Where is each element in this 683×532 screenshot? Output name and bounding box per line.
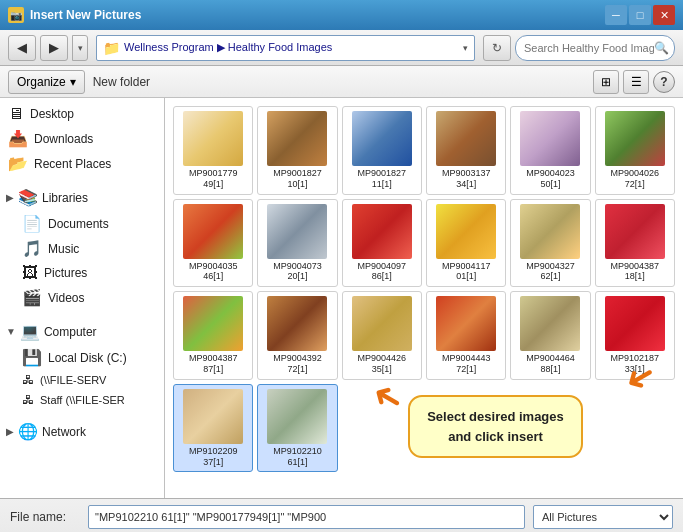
organize-dropdown-icon: ▾	[70, 75, 76, 89]
sidebar-label-libraries: Libraries	[42, 191, 88, 205]
sidebar-item-fileserv1[interactable]: 🖧 (\\FILE-SERV	[0, 370, 164, 390]
sidebar-label-computer: Computer	[44, 325, 97, 339]
close-button[interactable]: ✕	[653, 5, 675, 25]
thumb-label-f20: MP9102210 61[1]	[262, 446, 332, 468]
file-thumb-f19[interactable]: MP9102209 37[1]	[173, 384, 253, 473]
history-button[interactable]: ▾	[72, 35, 88, 61]
sidebar-label-videos: Videos	[48, 291, 84, 305]
recent-icon: 📂	[8, 154, 28, 173]
title-bar: 📷 Insert New Pictures ─ □ ✕	[0, 0, 683, 30]
thumb-image-f2	[267, 111, 327, 166]
documents-icon: 📄	[22, 214, 42, 233]
thumbnail-view-button[interactable]: ⊞	[593, 70, 619, 94]
filetype-select[interactable]: All Pictures	[533, 505, 673, 529]
thumb-label-f3: MP9001827 11[1]	[347, 168, 417, 190]
new-folder-button[interactable]: New folder	[93, 70, 150, 94]
filename-row: File name: All Pictures	[10, 505, 673, 529]
thumb-image-f6	[605, 111, 665, 166]
thumb-image-f12	[605, 204, 665, 259]
thumb-label-f6: MP9004026 72[1]	[600, 168, 670, 190]
sidebar: 🖥 Desktop 📥 Downloads 📂 Recent Places ▶ …	[0, 98, 165, 498]
maximize-button[interactable]: □	[629, 5, 651, 25]
thumb-label-f12: MP9004387 18[1]	[600, 261, 670, 283]
file-thumb-f14[interactable]: MP9004392 72[1]	[257, 291, 337, 380]
refresh-button[interactable]: ↻	[483, 35, 511, 61]
thumb-label-f13: MP9004387 87[1]	[178, 353, 248, 375]
thumb-label-f7: MP9004035 46[1]	[178, 261, 248, 283]
thumb-label-f8: MP9004073 20[1]	[262, 261, 332, 283]
thumb-label-f11: MP9004327 62[1]	[515, 261, 585, 283]
thumb-image-f11	[520, 204, 580, 259]
thumb-image-f17	[520, 296, 580, 351]
thumb-label-f2: MP9001827 10[1]	[262, 168, 332, 190]
address-dropdown-icon[interactable]: ▾	[463, 43, 468, 53]
search-box[interactable]: 🔍	[515, 35, 675, 61]
forward-button[interactable]: ▶	[40, 35, 68, 61]
file-thumb-f12[interactable]: MP9004387 18[1]	[595, 199, 675, 288]
thumb-image-f16	[436, 296, 496, 351]
thumb-image-f5	[520, 111, 580, 166]
file-thumb-f15[interactable]: MP9004426 35[1]	[342, 291, 422, 380]
sidebar-section-computer[interactable]: ▼ 💻 Computer	[0, 318, 164, 345]
sidebar-item-recent[interactable]: 📂 Recent Places	[0, 151, 164, 176]
file-thumb-f3[interactable]: MP9001827 11[1]	[342, 106, 422, 195]
sidebar-label-network: Network	[42, 425, 86, 439]
thumb-label-f16: MP9004443 72[1]	[431, 353, 501, 375]
file-thumb-f18[interactable]: MP9102187 33[1]	[595, 291, 675, 380]
file-grid: MP9001779 49[1]MP9001827 10[1]MP9001827 …	[173, 106, 675, 472]
file-thumb-f5[interactable]: MP9004023 50[1]	[510, 106, 590, 195]
sidebar-label-documents: Documents	[48, 217, 109, 231]
sidebar-item-documents[interactable]: 📄 Documents	[0, 211, 164, 236]
back-button[interactable]: ◀	[8, 35, 36, 61]
bottom-area: File name: All Pictures Tools ▾ Insert ▾…	[0, 498, 683, 532]
sidebar-section-libraries[interactable]: ▶ 📚 Libraries	[0, 184, 164, 211]
minimize-button[interactable]: ─	[605, 5, 627, 25]
search-input[interactable]	[524, 42, 654, 54]
sidebar-label-recent: Recent Places	[34, 157, 111, 171]
network-expand-icon: ▶	[6, 426, 14, 437]
thumb-label-f1: MP9001779 49[1]	[178, 168, 248, 190]
file-thumb-f16[interactable]: MP9004443 72[1]	[426, 291, 506, 380]
file-thumb-f1[interactable]: MP9001779 49[1]	[173, 106, 253, 195]
fileserv2-icon: 🖧	[22, 393, 34, 407]
organize-toolbar: Organize ▾ New folder ⊞ ☰ ?	[0, 66, 683, 98]
file-thumb-f9[interactable]: MP9004097 86[1]	[342, 199, 422, 288]
sidebar-label-local-disk: Local Disk (C:)	[48, 351, 127, 365]
file-thumb-f17[interactable]: MP9004464 88[1]	[510, 291, 590, 380]
thumb-image-f1	[183, 111, 243, 166]
file-thumb-f2[interactable]: MP9001827 10[1]	[257, 106, 337, 195]
sidebar-label-music: Music	[48, 242, 79, 256]
filename-label: File name:	[10, 510, 80, 524]
sidebar-item-videos[interactable]: 🎬 Videos	[0, 285, 164, 310]
sidebar-item-desktop[interactable]: 🖥 Desktop	[0, 102, 164, 126]
organize-label: Organize	[17, 75, 66, 89]
file-thumb-f13[interactable]: MP9004387 87[1]	[173, 291, 253, 380]
thumb-label-f18: MP9102187 33[1]	[600, 353, 670, 375]
file-thumb-f20[interactable]: MP9102210 61[1]	[257, 384, 337, 473]
help-button[interactable]: ?	[653, 71, 675, 93]
sidebar-item-pictures[interactable]: 🖼 Pictures	[0, 261, 164, 285]
toolbar2-right: ⊞ ☰ ?	[593, 70, 675, 94]
organize-button[interactable]: Organize ▾	[8, 70, 85, 94]
file-thumb-f6[interactable]: MP9004026 72[1]	[595, 106, 675, 195]
details-view-button[interactable]: ☰	[623, 70, 649, 94]
sidebar-item-fileserv2[interactable]: 🖧 Staff (\\FILE-SER	[0, 390, 164, 410]
file-thumb-f8[interactable]: MP9004073 20[1]	[257, 199, 337, 288]
file-thumb-f10[interactable]: MP9004117 01[1]	[426, 199, 506, 288]
navigation-toolbar: ◀ ▶ ▾ 📁 Wellness Program ▶ Healthy Food …	[0, 30, 683, 66]
thumb-label-f15: MP9004426 35[1]	[347, 353, 417, 375]
sidebar-item-downloads[interactable]: 📥 Downloads	[0, 126, 164, 151]
file-grid-area: MP9001779 49[1]MP9001827 10[1]MP9001827 …	[165, 98, 683, 498]
folder-icon: 📁	[103, 40, 120, 56]
file-thumb-f11[interactable]: MP9004327 62[1]	[510, 199, 590, 288]
local-disk-icon: 💾	[22, 348, 42, 367]
sidebar-item-local-disk[interactable]: 💾 Local Disk (C:)	[0, 345, 164, 370]
thumb-image-f13	[183, 296, 243, 351]
filename-input[interactable]	[88, 505, 525, 529]
sidebar-item-music[interactable]: 🎵 Music	[0, 236, 164, 261]
file-thumb-f4[interactable]: MP9003137 34[1]	[426, 106, 506, 195]
thumb-image-f8	[267, 204, 327, 259]
sidebar-section-network[interactable]: ▶ 🌐 Network	[0, 418, 164, 445]
file-thumb-f7[interactable]: MP9004035 46[1]	[173, 199, 253, 288]
address-bar[interactable]: 📁 Wellness Program ▶ Healthy Food Images…	[96, 35, 475, 61]
